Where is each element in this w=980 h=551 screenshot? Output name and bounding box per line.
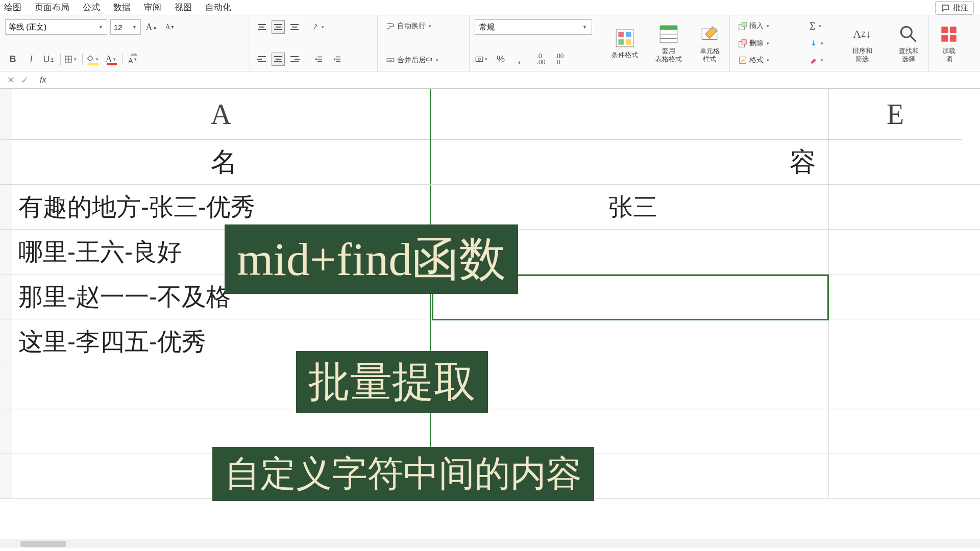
formula-input[interactable] [50, 71, 980, 88]
row-header[interactable] [0, 185, 12, 229]
font-group: 等线 (正文)▼ 12▼ A▲ A▼ B I U▾ ▾ ▾ A▾ abc [0, 15, 250, 71]
wrap-text-button[interactable]: 自动换行▾ [383, 18, 464, 34]
font-name-select[interactable]: 等线 (正文)▼ [5, 19, 107, 35]
addins-button[interactable]: 加载 项 [934, 18, 964, 68]
menu-view[interactable]: 视图 [175, 2, 192, 13]
cancel-formula-button[interactable]: ✕ [7, 74, 15, 86]
percent-button[interactable]: % [493, 52, 508, 67]
fill-color-button[interactable]: ▾ [86, 52, 101, 67]
italic-button[interactable]: I [23, 52, 39, 67]
wrap-icon [386, 21, 395, 31]
chevron-down-icon: ▼ [132, 24, 137, 30]
align-right[interactable] [288, 53, 301, 66]
merge-center-button[interactable]: 合并后居中▾ [383, 53, 464, 68]
chevron-down-icon: ▼ [99, 24, 104, 30]
decrease-font-button[interactable]: A▼ [162, 19, 178, 35]
find-select-button[interactable]: 查找和 选择 [894, 18, 923, 68]
edit-group: Σ▾ ▾ ▾ [801, 15, 842, 71]
worksheet[interactable]: A E 名 容 有趣的地方-张三-优秀 张三 哪里-王六-良好 那里-赵一一-不… [0, 89, 980, 548]
align-top[interactable] [255, 20, 268, 34]
horizontal-scrollbar[interactable] [0, 539, 980, 548]
menu-data[interactable]: 数据 [113, 2, 131, 13]
underline-button[interactable]: U▾ [42, 52, 57, 67]
increase-indent[interactable] [330, 52, 345, 67]
align-center[interactable] [272, 53, 285, 66]
font-size-select[interactable]: 12▼ [110, 19, 141, 35]
select-all-corner[interactable] [0, 89, 12, 140]
overlay-title-1: mid+find函数 [225, 224, 518, 294]
cell-style-button[interactable]: 单元格 样式 [695, 18, 724, 68]
delete-label: 删除 [749, 39, 764, 48]
row-header[interactable] [0, 274, 12, 319]
row-header[interactable] [0, 230, 12, 274]
svg-rect-16 [626, 39, 631, 45]
table-format-button[interactable]: 套用 表格格式 [651, 18, 686, 68]
decrease-indent[interactable] [311, 52, 327, 67]
merge-icon [386, 56, 395, 65]
orientation-button[interactable]: ▾ [311, 19, 327, 35]
align-bottom[interactable] [288, 20, 301, 34]
currency-button[interactable]: ▾ [475, 52, 490, 67]
addins-icon [938, 23, 960, 45]
menu-formula[interactable]: 公式 [83, 2, 100, 13]
menu-review[interactable]: 审阅 [144, 2, 161, 13]
cell[interactable]: 容 [431, 140, 829, 184]
insert-button[interactable]: 插入▾ [735, 18, 796, 34]
conditional-format-button[interactable]: 条件格式 [607, 18, 642, 68]
phonetic-button[interactable]: abc A▾ [126, 52, 141, 67]
cell[interactable] [431, 364, 829, 409]
column-headers: A E [0, 89, 980, 140]
cell[interactable]: 有趣的地方-张三-优秀 [12, 185, 431, 229]
col-header-a[interactable]: A [12, 89, 431, 140]
menu-draw[interactable]: 绘图 [4, 2, 21, 13]
align-middle[interactable] [272, 20, 285, 34]
col-header-e[interactable]: E [829, 89, 962, 140]
increase-decimal[interactable]: .0.00 [533, 52, 549, 67]
sort-filter-button[interactable]: AZ↓ 排序和 筛选 [847, 18, 877, 68]
scrollbar-thumb[interactable] [20, 541, 66, 547]
search-icon [898, 23, 919, 45]
fill-button[interactable]: ▾ [806, 36, 837, 51]
delete-button[interactable]: 删除▾ [735, 36, 796, 51]
svg-rect-29 [941, 27, 948, 33]
svg-rect-18 [660, 26, 677, 30]
border-button[interactable]: ▾ [64, 52, 79, 67]
sort-label: 排序和 筛选 [852, 47, 872, 63]
comment-button[interactable]: 批注 [935, 1, 974, 15]
accept-formula-button[interactable]: ✓ [21, 74, 29, 86]
row-header[interactable] [0, 409, 12, 454]
row-header[interactable] [0, 454, 12, 498]
increase-font-button[interactable]: A▲ [144, 19, 159, 35]
menu-auto[interactable]: 自动化 [205, 2, 231, 13]
svg-point-27 [901, 27, 912, 37]
col-header-b[interactable] [431, 89, 829, 140]
cell[interactable]: 名 [12, 140, 431, 184]
svg-rect-31 [941, 35, 948, 42]
number-format-value: 常规 [479, 22, 495, 32]
decrease-decimal[interactable]: .00.0 [552, 52, 567, 67]
svg-rect-25 [742, 39, 746, 44]
font-name-value: 等线 (正文) [9, 22, 46, 32]
align-left[interactable] [255, 53, 268, 66]
cell[interactable] [431, 319, 829, 364]
sort-find-group: AZ↓ 排序和 筛选 查找和 选择 [842, 15, 929, 71]
bold-button[interactable]: B [5, 52, 20, 67]
insert-icon [738, 21, 747, 31]
cell[interactable]: 张三 [431, 185, 829, 229]
clear-button[interactable]: ▾ [806, 53, 837, 68]
cell-style-label: 单元格 样式 [700, 47, 720, 63]
menu-layout[interactable]: 页面布局 [35, 2, 69, 13]
comment-label: 批注 [953, 3, 968, 13]
comma-button[interactable]: , [511, 52, 527, 67]
row-header[interactable] [0, 140, 12, 184]
format-icon [738, 56, 747, 65]
delete-icon [738, 39, 747, 48]
row-header[interactable] [0, 319, 12, 364]
font-color-button[interactable]: A▾ [104, 52, 119, 67]
autosum-button[interactable]: Σ▾ [806, 18, 837, 34]
comment-icon [941, 4, 950, 13]
fx-label[interactable]: fx [36, 76, 50, 85]
number-format-select[interactable]: 常规▼ [475, 19, 592, 35]
format-button[interactable]: 格式▾ [735, 53, 796, 68]
row-header[interactable] [0, 364, 12, 409]
